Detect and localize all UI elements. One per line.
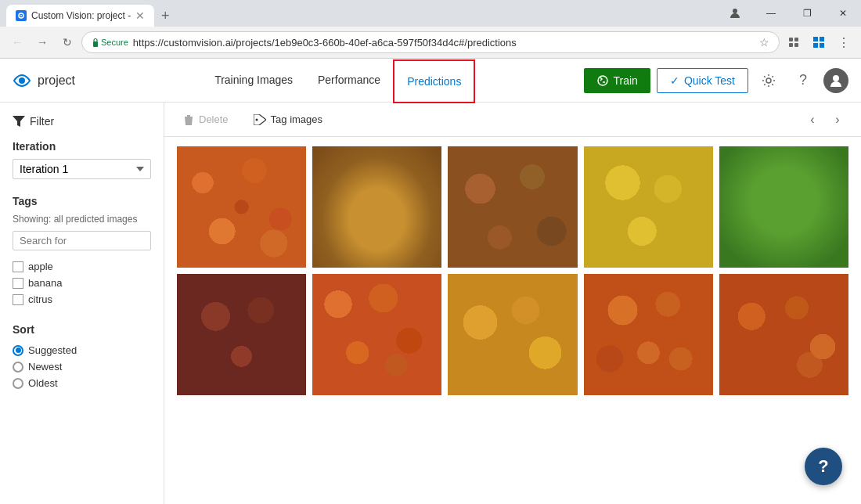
delete-button[interactable]: Delete [177,110,235,129]
svg-rect-6 [789,43,793,47]
sort-suggested[interactable]: Suggested [13,342,151,358]
image-10[interactable] [719,274,848,395]
tag-apple-label: apple [28,261,53,272]
question-icon: ? [799,72,807,88]
tag-icon [254,114,266,125]
header-nav: Training Images Performance Predictions [94,58,583,103]
header-actions: Train ✓ Quick Test ? [584,67,849,95]
tag-item-apple: apple [13,258,151,275]
user-avatar[interactable] [823,68,848,93]
tag-citrus-label: citrus [28,293,52,305]
address-box[interactable]: Secure https://customvision.ai/projects/… [81,31,780,53]
bookmark-icon[interactable]: ☆ [759,36,769,49]
window-controls: — ❐ ✕ [717,0,861,27]
app-logo: project [13,71,75,90]
content-area: Delete Tag images ‹ › [164,103,861,504]
image-grid [164,137,861,504]
logo-eye-icon [13,71,31,90]
radio-suggested[interactable] [13,345,23,356]
radio-newest[interactable] [13,362,23,373]
restore-button[interactable]: ❐ [789,0,825,27]
iteration-label: Iteration [13,140,151,153]
checkmark-icon: ✓ [670,74,679,87]
sidebar: Filter Iteration Iteration 1 Tags Showin… [0,103,164,504]
svg-rect-3 [93,41,98,47]
banana-checkbox[interactable] [13,278,23,289]
browser-tab[interactable]: Custom Vision: project - ✕ [6,5,154,27]
app-name: project [38,74,75,88]
svg-rect-8 [813,37,818,41]
main-layout: Filter Iteration Iteration 1 Tags Showin… [0,103,861,504]
next-page-button[interactable]: › [827,109,848,131]
nav-performance[interactable]: Performance [305,59,393,103]
image-8[interactable] [448,274,577,395]
citrus-checkbox[interactable] [13,294,23,305]
filter-icon [13,116,25,127]
secure-badge: Secure [92,38,128,47]
pager: ‹ › [802,109,848,131]
image-4[interactable] [584,146,713,268]
tags-label: Tags [13,195,151,207]
image-row-2 [177,274,848,395]
predictions-toolbar: Delete Tag images ‹ › [164,103,861,137]
tab-title: Custom Vision: project - [31,10,131,21]
help-header-button[interactable]: ? [789,67,817,95]
image-7[interactable] [312,274,441,395]
nav-predictions[interactable]: Predictions [393,59,475,103]
tab-close-button[interactable]: ✕ [135,9,145,22]
browser-actions: ⋮ [783,31,855,53]
svg-point-15 [833,75,839,81]
extensions-button[interactable] [783,31,805,53]
gear-icon [762,74,776,88]
image-3[interactable] [448,146,577,268]
app-header: project Training Images Performance Pred… [0,59,861,103]
close-button[interactable]: ✕ [825,0,861,27]
profile-button[interactable] [717,0,753,27]
iteration-select[interactable]: Iteration 1 [13,159,151,179]
prev-page-button[interactable]: ‹ [802,109,823,131]
image-1[interactable] [177,146,306,268]
sort-oldest[interactable]: Oldest [13,375,151,391]
back-button[interactable]: ← [6,31,28,53]
avatar-icon [828,73,844,88]
filter-section[interactable]: Filter [13,115,151,128]
address-bar-row: ← → ↻ Secure https://customvision.ai/pro… [0,27,861,58]
image-2[interactable] [312,146,441,268]
minimize-button[interactable]: — [753,0,789,27]
settings-button[interactable] [755,67,783,95]
forward-button[interactable]: → [31,31,53,53]
image-9[interactable] [584,274,713,395]
tab-favicon [16,10,27,21]
sort-newest[interactable]: Newest [13,358,151,375]
svg-point-2 [733,9,737,13]
svg-rect-5 [794,38,798,41]
image-6[interactable] [177,274,306,395]
svg-point-14 [766,78,771,83]
tag-banana-label: banana [28,277,62,289]
image-5[interactable] [719,146,848,268]
windows-button[interactable] [808,31,830,53]
apple-checkbox[interactable] [13,261,23,272]
tag-item-citrus: citrus [13,291,151,308]
svg-point-1 [20,15,22,16]
new-tab-button[interactable]: + [154,5,176,27]
svg-point-16 [255,118,258,121]
sort-label: Sort [13,323,151,336]
radio-oldest[interactable] [13,378,23,389]
train-icon [596,74,609,87]
browser-chrome: Custom Vision: project - ✕ + — ❐ ✕ ← → ↻… [0,0,861,59]
quick-test-button[interactable]: ✓ Quick Test [657,68,748,93]
url-text: https://customvision.ai/projects/1eb9e0c… [133,37,755,49]
help-fab-button[interactable]: ? [805,448,842,485]
svg-rect-11 [820,43,824,48]
svg-point-12 [19,77,25,84]
menu-button[interactable]: ⋮ [833,31,855,53]
train-button[interactable]: Train [584,68,650,93]
delete-icon [183,113,194,126]
nav-training-images[interactable]: Training Images [202,59,305,103]
svg-rect-7 [794,43,798,47]
tags-search-input[interactable] [13,231,151,250]
svg-rect-4 [789,38,793,41]
tag-images-button[interactable]: Tag images [247,110,329,128]
refresh-button[interactable]: ↻ [56,31,78,53]
